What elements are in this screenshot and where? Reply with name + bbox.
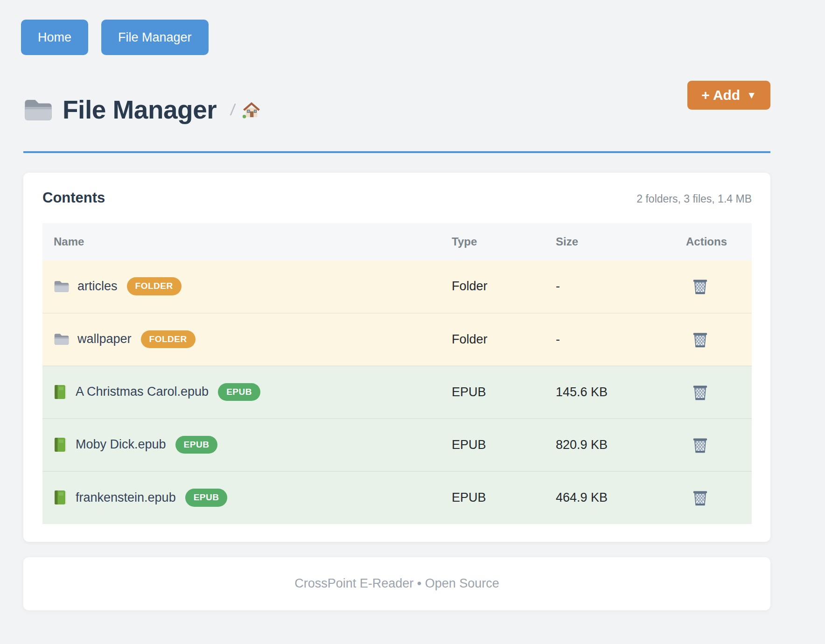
file-name: articles [77, 279, 118, 294]
footer: CrossPoint E-Reader • Open Source [23, 557, 770, 610]
table-row[interactable]: Moby Dick.epub EPUB EPUB 820.9 KB [42, 419, 752, 471]
header-rule [23, 151, 770, 153]
delete-button[interactable] [692, 277, 709, 295]
file-size: - [545, 260, 675, 313]
footer-text: CrossPoint E-Reader • Open Source [294, 576, 499, 591]
top-nav: Home File Manager [21, 20, 770, 55]
column-header-actions: Actions [675, 223, 752, 260]
file-name: A Christmas Carol.epub [76, 385, 209, 399]
column-header-name: Name [42, 223, 440, 260]
contents-summary: 2 folders, 3 files, 1.4 MB [636, 193, 752, 205]
trash-icon [692, 436, 709, 454]
epub-badge: EPUB [218, 383, 260, 401]
trash-icon [692, 330, 709, 349]
delete-button[interactable] [692, 436, 709, 454]
page-title: File Manager [63, 96, 217, 124]
folder-badge: FOLDER [127, 277, 182, 295]
table-row[interactable]: frankenstein.epub EPUB EPUB 464.9 KB [42, 471, 752, 524]
file-size: - [545, 313, 675, 366]
files-table: Name Type Size Actions articles FOLDER [42, 223, 752, 524]
file-type: EPUB [440, 471, 545, 524]
folder-icon [54, 280, 70, 293]
title-group: File Manager / [23, 96, 261, 124]
contents-card: Contents 2 folders, 3 files, 1.4 MB Name… [23, 173, 770, 542]
trash-icon [692, 489, 709, 507]
folder-icon [23, 97, 53, 122]
page: Home File Manager File Manager / + Add ▼… [23, 0, 770, 610]
delete-button[interactable] [692, 489, 709, 507]
contents-card-header: Contents 2 folders, 3 files, 1.4 MB [42, 189, 752, 206]
file-type: Folder [440, 260, 545, 313]
column-header-size: Size [545, 223, 675, 260]
file-type: Folder [440, 313, 545, 366]
epub-badge: EPUB [185, 489, 228, 507]
file-size: 145.6 KB [545, 366, 675, 419]
file-type: EPUB [440, 366, 545, 419]
home-icon[interactable] [242, 100, 261, 119]
file-size: 464.9 KB [545, 471, 675, 524]
trash-icon [692, 277, 709, 295]
delete-button[interactable] [692, 330, 709, 349]
add-button-label: + Add [701, 87, 740, 103]
file-type: EPUB [440, 419, 545, 471]
table-row[interactable]: articles FOLDER Folder - [42, 260, 752, 313]
file-size: 820.9 KB [545, 419, 675, 471]
file-name: wallpaper [77, 332, 132, 346]
green-book-icon [54, 384, 68, 400]
trash-icon [692, 383, 709, 401]
caret-down-icon: ▼ [747, 90, 756, 101]
folder-badge: FOLDER [141, 330, 196, 349]
green-book-icon [54, 437, 68, 453]
add-button[interactable]: + Add ▼ [687, 81, 770, 110]
contents-heading: Contents [42, 189, 105, 206]
column-header-type: Type [440, 223, 545, 260]
breadcrumb-separator: / [229, 101, 236, 119]
green-book-icon [54, 490, 68, 505]
nav-home-button[interactable]: Home [21, 20, 88, 55]
nav-file-manager-button[interactable]: File Manager [101, 20, 209, 55]
table-header-row: Name Type Size Actions [42, 223, 752, 260]
file-name: frankenstein.epub [76, 490, 176, 505]
file-name: Moby Dick.epub [76, 437, 166, 452]
table-row[interactable]: wallpaper FOLDER Folder - [42, 313, 752, 366]
epub-badge: EPUB [175, 436, 218, 454]
folder-icon [54, 332, 70, 346]
page-header: File Manager / + Add ▼ [23, 81, 770, 124]
delete-button[interactable] [692, 383, 709, 401]
table-row[interactable]: A Christmas Carol.epub EPUB EPUB 145.6 K… [42, 366, 752, 419]
